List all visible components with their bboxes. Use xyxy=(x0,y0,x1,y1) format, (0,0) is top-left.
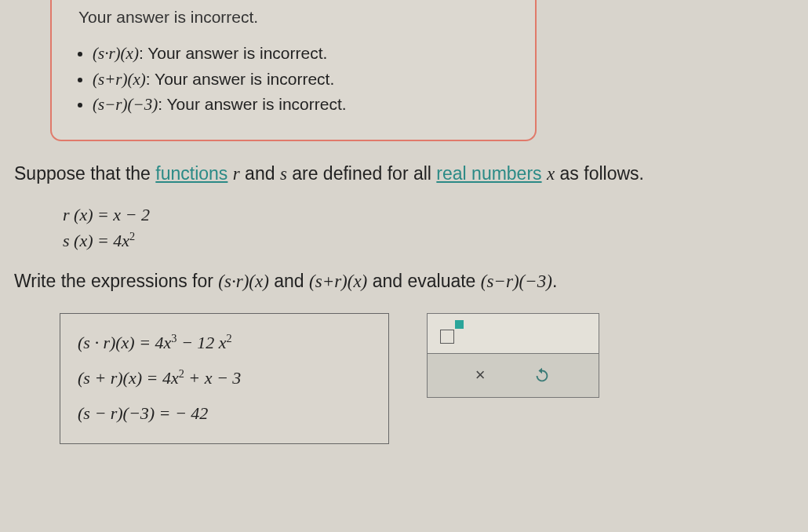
text: Write the expressions for xyxy=(14,271,218,291)
var-r: r xyxy=(233,164,240,184)
undo-icon xyxy=(533,366,551,384)
feedback-msg: : Your answer is incorrect. xyxy=(139,44,327,62)
lhs: (s + r)(x) = xyxy=(78,368,162,388)
rhs-part: − 12 x xyxy=(177,333,226,352)
var-x: x xyxy=(547,164,555,184)
answer-box[interactable]: (s · r)(x) = 4x3 − 12 x2 (s + r)(x) = 4x… xyxy=(60,313,389,444)
answer-row-2: (s + r)(x) = 4x2 + x − 3 xyxy=(78,360,374,395)
feedback-item: (s−r)(−3): Your answer is incorrect. xyxy=(93,92,516,118)
feedback-msg: : Your answer is incorrect. xyxy=(158,95,346,113)
feedback-box: Your answer is incorrect. (s·r)(x): Your… xyxy=(50,0,537,141)
tool-palette: × xyxy=(427,313,599,398)
text: are defined for all xyxy=(287,163,437,184)
exponent-button[interactable] xyxy=(440,323,464,344)
answer-row-3: (s − r)(−3) = − 42 xyxy=(78,395,374,431)
problem-statement: Suppose that the functions r and s are d… xyxy=(0,160,808,188)
def-s-exp: 2 xyxy=(129,230,135,242)
feedback-expr: (s−r)(−3) xyxy=(93,95,158,114)
exp: 2 xyxy=(179,367,184,380)
text: Suppose that the xyxy=(14,163,155,184)
feedback-expr: (s·r)(x) xyxy=(93,44,139,63)
undo-button[interactable] xyxy=(533,366,551,384)
rhs-part: 4x xyxy=(155,333,172,352)
function-definitions: r (x) = x − 2 s (x) = 4x2 xyxy=(63,202,808,253)
feedback-item: (s+r)(x): Your answer is incorrect. xyxy=(93,67,516,93)
expr: (s−r)(−3) xyxy=(481,271,552,291)
palette-action-row: × xyxy=(427,354,599,398)
text: as follows. xyxy=(555,163,644,184)
expr: (s·r)(x) xyxy=(218,271,269,291)
clear-button[interactable]: × xyxy=(475,365,486,385)
rhs-val: − 42 xyxy=(175,403,208,423)
lhs: (s − r)(−3) = xyxy=(78,403,175,423)
palette-exponent-row xyxy=(427,313,599,354)
instruction: Write the expressions for (s·r)(x) and (… xyxy=(0,268,808,296)
lhs: (s · r)(x) = xyxy=(78,333,155,352)
feedback-item: (s·r)(x): Your answer is incorrect. xyxy=(93,41,516,67)
link-functions[interactable]: functions xyxy=(155,163,227,184)
feedback-expr: (s+r)(x) xyxy=(93,70,146,89)
var-s: s xyxy=(280,164,287,184)
feedback-title: Your answer is incorrect. xyxy=(78,8,516,27)
rhs-part: 4x xyxy=(162,368,179,388)
square-sup-icon xyxy=(455,320,464,329)
rhs-part: + x − 3 xyxy=(184,368,241,388)
text: and xyxy=(240,163,280,184)
def-s: s (x) = 4x2 xyxy=(63,228,808,253)
feedback-list: (s·r)(x): Your answer is incorrect. (s+r… xyxy=(93,41,516,118)
square-base-icon xyxy=(440,330,454,344)
text: and evaluate xyxy=(367,271,481,291)
text: and xyxy=(269,271,309,291)
expr: (s+r)(x) xyxy=(309,271,367,291)
feedback-msg: : Your answer is incorrect. xyxy=(146,70,334,88)
link-real-numbers[interactable]: real numbers xyxy=(436,163,541,184)
text: . xyxy=(552,271,557,291)
def-r: r (x) = x − 2 xyxy=(63,202,808,228)
answer-row-1: (s · r)(x) = 4x3 − 12 x2 xyxy=(78,325,374,360)
exp: 2 xyxy=(227,332,232,344)
def-s-base: s (x) = 4x xyxy=(63,231,129,250)
